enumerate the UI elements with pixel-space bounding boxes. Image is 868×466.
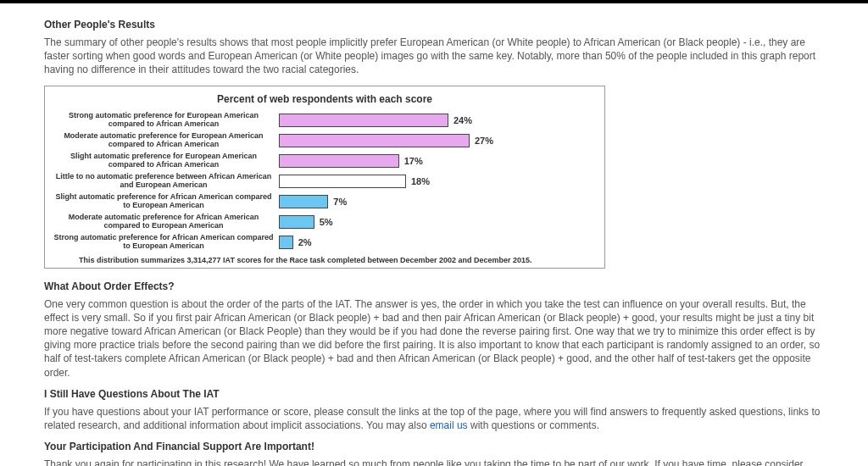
text-questions-after: with questions or comments. xyxy=(468,419,599,431)
chart-row-label: Strong automatic preference for European… xyxy=(53,112,279,129)
chart-bar-value: 24% xyxy=(453,115,472,125)
chart-bar xyxy=(279,134,470,147)
paragraph-questions: If you have questions about your IAT per… xyxy=(44,405,824,432)
chart-row-label: Moderate automatic preference for Africa… xyxy=(53,214,279,230)
paragraph-order-effects: One very common question is about the or… xyxy=(44,297,824,380)
heading-questions: I Still Have Questions About The IAT xyxy=(44,388,824,400)
results-chart: Percent of web respondents with each sco… xyxy=(44,86,605,269)
chart-row-label: Little to no automatic preference betwee… xyxy=(53,173,279,190)
chart-bar-value: 5% xyxy=(320,217,333,227)
chart-footnote: This distribution summarizes 3,314,277 I… xyxy=(79,256,596,264)
chart-bar-value: 2% xyxy=(298,237,312,247)
chart-bar-value: 17% xyxy=(404,156,423,166)
chart-row: Slight automatic preference for African … xyxy=(53,191,596,212)
heading-other-results: Other People's Results xyxy=(44,19,824,31)
chart-bar-value: 7% xyxy=(333,197,347,207)
chart-bar-area: 18% xyxy=(279,174,533,189)
heading-order-effects: What About Order Effects? xyxy=(44,280,824,292)
chart-bar-area: 5% xyxy=(279,214,533,230)
chart-bar xyxy=(279,175,406,188)
chart-bar-area: 27% xyxy=(279,133,533,148)
chart-row: Little to no automatic preference betwee… xyxy=(53,171,596,191)
chart-bar-value: 18% xyxy=(411,176,430,186)
paragraph-other-results: The summary of other people's results sh… xyxy=(44,36,824,77)
chart-row-label: Slight automatic preference for European… xyxy=(53,153,279,169)
chart-bar-area: 17% xyxy=(279,153,533,169)
chart-row: Moderate automatic preference for Africa… xyxy=(53,212,596,232)
chart-row-label: Slight automatic preference for African … xyxy=(53,193,279,210)
chart-bar xyxy=(279,195,328,208)
chart-row: Slight automatic preference for European… xyxy=(53,151,596,171)
chart-bar-area: 24% xyxy=(279,113,533,128)
chart-row: Strong automatic preference for African … xyxy=(53,232,596,252)
chart-bar xyxy=(279,236,293,249)
chart-row-label: Moderate automatic preference for Europe… xyxy=(53,132,279,149)
chart-bar xyxy=(279,114,448,127)
chart-bar-value: 27% xyxy=(475,136,493,146)
heading-participation: Your Participation And Financial Support… xyxy=(44,441,824,452)
chart-row: Moderate automatic preference for Europe… xyxy=(53,130,596,151)
chart-row: Strong automatic preference for European… xyxy=(53,110,596,130)
email-us-link[interactable]: email us xyxy=(430,419,468,431)
chart-bar xyxy=(279,215,314,229)
paragraph-participation: Thank you again for participating in thi… xyxy=(44,458,824,466)
chart-title: Percent of web respondents with each sco… xyxy=(53,93,596,105)
chart-bar-area: 7% xyxy=(279,194,533,209)
chart-row-label: Strong automatic preference for African … xyxy=(53,234,279,251)
text-participation-body: Thank you again for participating in thi… xyxy=(44,458,812,466)
chart-bar-area: 2% xyxy=(279,235,533,250)
chart-bar xyxy=(279,154,399,168)
